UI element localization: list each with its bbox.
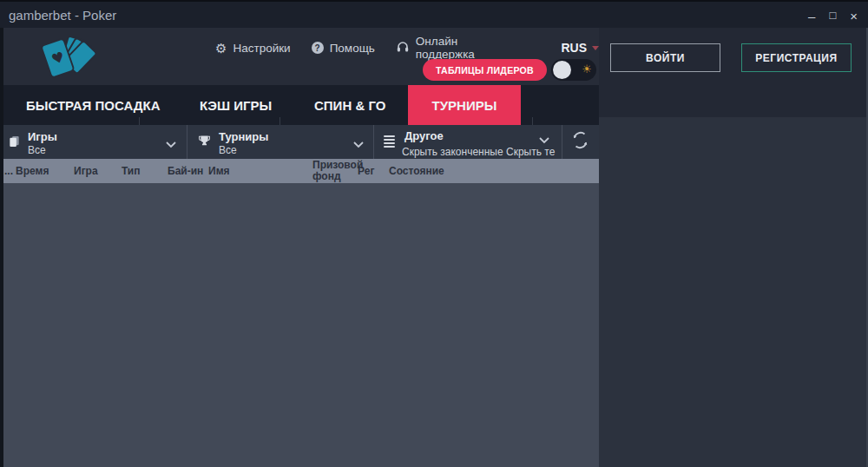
header: ♥ ⚙ Настройки ? Помощь Онлай: [0, 28, 599, 85]
tab-tournaments[interactable]: ТУРНИРЫ: [408, 85, 521, 125]
window-left-border: [0, 28, 3, 467]
filter-divider: [373, 125, 374, 159]
register-button[interactable]: РЕГИСТРАЦИЯ: [741, 43, 852, 72]
help-label: Помощь: [330, 42, 375, 55]
nav-divider: [279, 117, 280, 125]
column-header-time[interactable]: Время: [16, 159, 49, 183]
window-title: gamberbet - Poker: [0, 8, 116, 23]
language-value: RUS: [561, 41, 587, 55]
column-header-state[interactable]: Состояние: [389, 159, 444, 183]
column-header-dots[interactable]: ...: [4, 159, 13, 183]
help-icon: ?: [312, 42, 324, 54]
column-header-buyin[interactable]: Бай-ин: [168, 159, 203, 183]
leaderboards-button[interactable]: ТАБЛИЦЫ ЛИДЕРОВ: [423, 59, 547, 81]
brand-logo-cards-icon: ♥: [38, 33, 95, 87]
maximize-button[interactable]: □: [829, 10, 836, 21]
title-bar: gamberbet - Poker – □ ×: [0, 0, 868, 28]
header-menu: ⚙ Настройки ? Помощь Онлайн поддержка R: [215, 35, 599, 61]
refresh-icon: [569, 129, 591, 155]
gear-icon: ⚙: [215, 42, 227, 55]
headset-icon: [396, 40, 410, 56]
other-filter-value: Скрыть законченные Скрыть те: [402, 146, 555, 158]
column-header-game[interactable]: Игра: [74, 159, 98, 183]
tournaments-table-body[interactable]: [0, 183, 599, 467]
chevron-down-icon: [352, 136, 365, 152]
sun-icon: ☀: [582, 62, 592, 77]
nav-divider: [532, 117, 533, 125]
tab-spin-and-go[interactable]: СПИН & ГО: [314, 85, 385, 125]
login-button[interactable]: ВОЙТИ: [610, 43, 720, 72]
games-filter-label: Игры: [28, 131, 57, 142]
window-controls: – □ ×: [808, 2, 858, 30]
trophy-icon: [198, 135, 211, 151]
app-window: gamberbet - Poker – □ × ♥ ⚙ Настройки ?: [0, 0, 868, 467]
column-header-name[interactable]: Имя: [208, 159, 230, 183]
minimize-button[interactable]: –: [808, 10, 815, 23]
tournaments-filter-value: Все: [219, 145, 237, 155]
cards-deck-icon: [8, 135, 21, 152]
column-header-prize-pool[interactable]: Призовой фонд: [312, 160, 359, 182]
refresh-button[interactable]: [562, 125, 599, 159]
other-filter-label: Другое: [404, 130, 444, 141]
language-selector[interactable]: RUS: [561, 41, 599, 55]
filter-bar: Игры Все Турниры Все: [0, 125, 599, 159]
nav-divider: [139, 117, 140, 125]
auth-panel: ВОЙТИ РЕГИСТРАЦИЯ: [599, 28, 868, 117]
main-nav: БЫСТРАЯ ПОСАДКА КЭШ ИГРЫ СПИН & ГО ТУРНИ…: [0, 85, 599, 125]
tournaments-filter-label: Турниры: [219, 131, 268, 142]
games-filter-value: Все: [28, 145, 46, 155]
tournaments-table-header: ... Время Игра Тип Бай-ин Имя Призовой ф…: [0, 159, 599, 183]
settings-label: Настройки: [233, 42, 290, 55]
column-header-reg[interactable]: Рег: [358, 159, 374, 183]
settings-menu-item[interactable]: ⚙ Настройки: [215, 42, 291, 55]
theme-toggle[interactable]: ☀: [551, 59, 596, 81]
toggle-knob: [553, 61, 571, 79]
chevron-down-icon: [538, 132, 550, 148]
tab-quick-seat[interactable]: БЫСТРАЯ ПОСАДКА: [26, 85, 161, 125]
filter-divider: [187, 125, 187, 159]
help-menu-item[interactable]: ? Помощь: [312, 42, 375, 55]
online-support-menu-item[interactable]: Онлайн поддержка: [396, 35, 518, 61]
right-side-panel: [599, 117, 868, 467]
tab-cash-games[interactable]: КЭШ ИГРЫ: [200, 85, 272, 125]
chevron-down-icon: [165, 136, 177, 152]
caret-down-icon: [592, 46, 599, 50]
list-menu-icon: [384, 135, 395, 148]
online-support-label: Онлайн поддержка: [416, 35, 518, 61]
column-header-type[interactable]: Тип: [122, 159, 141, 183]
close-button[interactable]: ×: [850, 10, 858, 23]
